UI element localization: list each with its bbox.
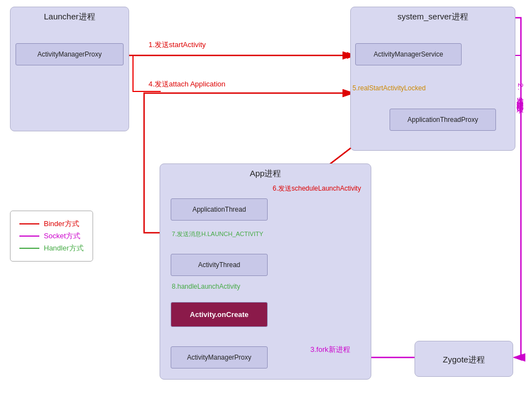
handler-line bbox=[19, 248, 39, 249]
arrow8-label: 8.handleLaunchActivity bbox=[172, 283, 240, 290]
arrow5-label: 5.realStartActivityLocked bbox=[352, 84, 426, 92]
system-server-process-title: system_server进程 bbox=[351, 7, 515, 24]
legend-socket: Socket方式 bbox=[19, 231, 84, 241]
application-thread-proxy: ApplicationThreadProxy bbox=[390, 109, 496, 131]
socket-label: Socket方式 bbox=[44, 231, 80, 241]
binder-line bbox=[19, 223, 39, 225]
legend-handler: Handler方式 bbox=[19, 243, 84, 253]
diagram-container: Launcher进程 ActivityManagerProxy system_s… bbox=[0, 0, 532, 399]
arrow4-label: 4.发送attach Application bbox=[149, 79, 226, 89]
activity-oncreate: Activity.onCreate bbox=[171, 302, 268, 327]
legend-binder: Binder方式 bbox=[19, 219, 84, 229]
zygote-process: Zygote进程 bbox=[415, 341, 513, 377]
activity-thread: ActivityThread bbox=[171, 254, 268, 276]
launcher-process: Launcher进程 bbox=[10, 7, 129, 131]
application-thread: ApplicationThread bbox=[171, 198, 268, 221]
zygote-process-title: Zygote进程 bbox=[443, 350, 485, 367]
arrow2-label: 2.发送创建进程的请求 bbox=[515, 83, 525, 101]
activity-manager-proxy-launcher: ActivityManagerProxy bbox=[16, 43, 124, 65]
arrow7-label: 7.发送消息H.LAUNCH_ACTIVITY bbox=[172, 230, 263, 238]
launcher-process-title: Launcher进程 bbox=[11, 7, 129, 24]
arrow1-label: 1.发送startActivity bbox=[149, 40, 206, 50]
handler-label: Handler方式 bbox=[44, 243, 84, 253]
socket-line bbox=[19, 236, 39, 237]
legend: Binder方式 Socket方式 Handler方式 bbox=[10, 211, 93, 262]
app-process-title: App进程 bbox=[160, 164, 371, 181]
activity-manager-service: ActivityManagerService bbox=[355, 43, 462, 65]
arrow3-label: 3.fork新进程 bbox=[310, 345, 350, 355]
activity-manager-proxy-app: ActivityManagerProxy bbox=[171, 346, 268, 369]
arrow6-label: 6.发送scheduleLaunchActivity bbox=[273, 184, 361, 193]
binder-label: Binder方式 bbox=[44, 219, 79, 229]
